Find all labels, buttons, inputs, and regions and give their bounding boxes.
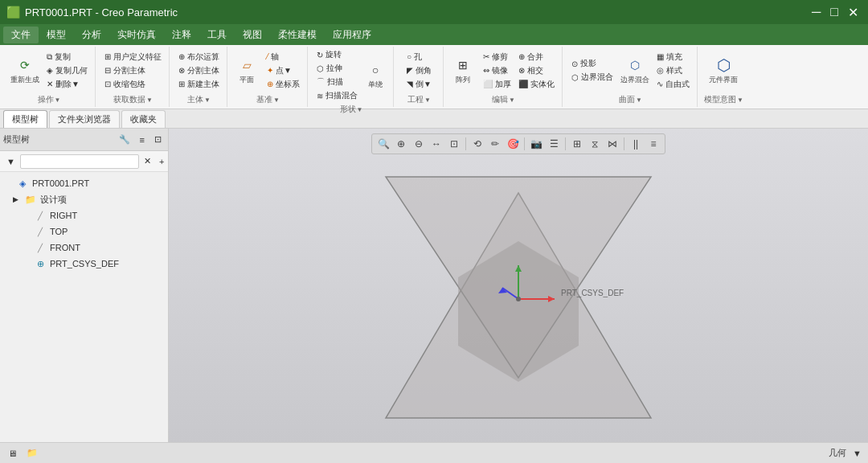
ribbon-btn-solidify[interactable]: ⬛实体化 — [516, 78, 557, 91]
ribbon-btn-point[interactable]: ✦点▼ — [264, 64, 302, 77]
ribbon-btn-revolve[interactable]: ↻旋转 — [314, 48, 360, 61]
ribbon-btn-fill[interactable]: ▦填充 — [654, 51, 692, 64]
plane-label: 平面 — [240, 75, 254, 85]
style-icon: ◎ — [657, 66, 664, 75]
vp-btn-fit[interactable]: ↔ — [428, 136, 444, 152]
tree-item-csys[interactable]: ⊕ PRT_CSYS_DEF — [0, 256, 168, 272]
vp-btn-target[interactable]: 🎯 — [505, 136, 521, 152]
vp-btn-perspective[interactable]: ⧖ — [587, 136, 603, 152]
ribbon-btn-bool[interactable]: ⊕布尔运算 — [176, 51, 222, 64]
tree-tool-btn[interactable]: 🔧 — [116, 133, 133, 146]
project-icon: ⊙ — [571, 59, 578, 68]
status-geometry-text: 几何 — [829, 447, 846, 459]
ribbon-btn-comp-interface[interactable]: ⬡ 元件界面 — [706, 54, 740, 87]
ribbon-group-get-data: ⊞用户定义特征 ⊟分割主体 ⊡收缩包络 获取数据▼ — [97, 47, 170, 107]
vp-btn-zoom-in[interactable]: ⊕ — [393, 136, 409, 152]
ribbon-btn-csys[interactable]: ⊕坐标系 — [264, 78, 302, 91]
vp-btn-select[interactable]: ✏ — [487, 136, 503, 152]
new-body-label: 新建主体 — [187, 79, 219, 90]
tree-settings-btn[interactable]: ≡ — [137, 133, 148, 146]
menu-simulation[interactable]: 实时仿真 — [109, 27, 164, 43]
ribbon-btn-hole[interactable]: ○孔 — [404, 51, 434, 64]
ribbon-btn-fillet[interactable]: ◥倒▼ — [404, 78, 434, 91]
solidify-icon: ⬛ — [518, 80, 528, 88]
ribbon-col-datum: ∕轴 ✦点▼ ⊕坐标系 — [264, 51, 302, 91]
minimize-button[interactable]: ─ — [809, 5, 824, 19]
ribbon-btn-blend[interactable]: ≋扫描混合 — [314, 89, 360, 102]
menu-file[interactable]: 文件 — [3, 27, 39, 43]
tree-search-input[interactable] — [20, 154, 139, 169]
ribbon-btn-axis[interactable]: ∕轴 — [264, 51, 302, 64]
ribbon-btn-chamfer[interactable]: ◤倒角 — [404, 64, 434, 77]
tab-favorites[interactable]: 收藏夹 — [121, 110, 166, 128]
menu-model[interactable]: 模型 — [39, 27, 74, 43]
tree-close-search-btn[interactable]: ✕ — [141, 154, 154, 168]
ribbon-btn-boundary-blend[interactable]: ⬡边界混合 — [569, 71, 616, 84]
ribbon-group-datum-content: ▱ 平面 ∕轴 ✦点▼ ⊕坐标系 — [234, 48, 302, 92]
maximize-button[interactable]: □ — [827, 5, 841, 19]
ribbon-btn-regenerate[interactable]: ⟳ 重新生成 — [8, 54, 42, 87]
mirror-label: 镜像 — [492, 65, 508, 76]
ribbon-btn-merge[interactable]: ⊕合并 — [516, 51, 557, 64]
ribbon-btn-style[interactable]: ◎样式 — [654, 64, 692, 77]
tree-item-prt0001[interactable]: ◈ PRT0001.PRT — [0, 175, 168, 191]
tree-expand-btn[interactable]: ⊡ — [151, 133, 165, 146]
vp-btn-pause[interactable]: || — [628, 136, 644, 152]
ribbon-btn-copy-geo[interactable]: ◈复制几何 — [44, 64, 90, 77]
ribbon-col-ops: ⧉复制 ◈复制几何 ✕删除▼ — [44, 51, 90, 91]
menu-tools[interactable]: 工具 — [199, 27, 235, 43]
ribbon-btn-trim[interactable]: ✂修剪 — [481, 51, 514, 64]
ribbon-btn-extrude[interactable]: ⬡拉伸 — [314, 62, 360, 75]
ribbon-btn-boundary-large[interactable]: ⬡ 边界混合 — [618, 54, 652, 87]
ribbon-btn-udf[interactable]: ⊞用户定义特征 — [102, 51, 164, 64]
vp-btn-zoom-box[interactable]: 🔍 — [375, 136, 391, 152]
viewport[interactable]: 🔍 ⊕ ⊖ ↔ ⊡ ⟲ ✏ 🎯 📷 ☰ ⊞ ⧖ ⋈ || ≡ — [169, 129, 868, 442]
point-label: 点▼ — [276, 65, 292, 76]
vp-btn-display[interactable]: ☰ — [546, 136, 562, 152]
scene-svg: PRT_CSYS_DEF — [169, 129, 868, 442]
ribbon-btn-split-body[interactable]: ⊟分割主体 — [102, 64, 164, 77]
menu-flexible[interactable]: 柔性建模 — [270, 27, 325, 43]
ribbon-btn-thicken[interactable]: ⬜加厚 — [481, 78, 514, 91]
tree-filter-btn[interactable]: ▼ — [3, 155, 18, 168]
ribbon-btn-plane[interactable]: ▱ 平面 — [234, 54, 260, 87]
tree-item-right[interactable]: ╱ RIGHT — [0, 207, 168, 223]
ribbon-btn-single[interactable]: ○ 单绕 — [362, 59, 388, 92]
vp-btn-zoom-out[interactable]: ⊖ — [411, 136, 427, 152]
ribbon-btn-mirror[interactable]: ⇔镜像 — [481, 64, 514, 77]
ribbon-btn-array[interactable]: ⊞ 阵列 — [450, 54, 476, 87]
ribbon-btn-shrink[interactable]: ⊡收缩包络 — [102, 78, 164, 91]
menu-analysis[interactable]: 分析 — [74, 27, 109, 43]
ribbon-btn-sweep[interactable]: ⌒扫描 — [314, 76, 360, 88]
ribbon-btn-delete[interactable]: ✕删除▼ — [44, 78, 90, 91]
close-button[interactable]: ✕ — [845, 5, 862, 20]
ribbon-btn-new-body[interactable]: ⊞新建主体 — [176, 78, 222, 91]
plane-icon: ▱ — [237, 55, 256, 75]
status-icon-screen[interactable]: 🖥 — [6, 447, 18, 460]
ribbon-btn-project[interactable]: ⊙投影 — [569, 57, 616, 70]
ribbon-btn-freestyle[interactable]: ∿自由式 — [654, 78, 692, 91]
ribbon-group-operations-label: 操作▼ — [38, 94, 61, 105]
vp-btn-menu[interactable]: ≡ — [645, 136, 661, 152]
vp-btn-orient[interactable]: ⋈ — [604, 136, 620, 152]
tree-item-front[interactable]: ╱ FRONT — [0, 240, 168, 256]
ribbon-btn-split[interactable]: ⊗分割主体 — [176, 64, 222, 77]
status-icon-folder[interactable]: 📁 — [25, 446, 39, 460]
tab-model-tree[interactable]: 模型树 — [3, 110, 47, 128]
vp-btn-camera[interactable]: 📷 — [528, 136, 544, 152]
tree-item-top[interactable]: ╱ TOP — [0, 223, 168, 240]
menu-annotation[interactable]: 注释 — [164, 27, 199, 43]
tree-item-design[interactable]: ▶ 📁 设计项 — [0, 191, 168, 207]
vp-btn-rotate[interactable]: ⟲ — [469, 136, 485, 152]
ribbon-btn-copy[interactable]: ⧉复制 — [44, 51, 90, 64]
menu-view[interactable]: 视图 — [235, 27, 270, 43]
canvas-area: PRT_CSYS_DEF — [169, 129, 868, 442]
vp-btn-refresh[interactable]: ⊡ — [446, 136, 462, 152]
tab-folder-browser[interactable]: 文件夹浏览器 — [49, 110, 120, 128]
menu-apps[interactable]: 应用程序 — [325, 27, 379, 43]
hole-icon: ○ — [407, 52, 411, 61]
status-dropdown-arrow[interactable]: ▼ — [853, 449, 862, 458]
ribbon-btn-intersect[interactable]: ⊗相交 — [516, 64, 557, 77]
vp-btn-grid[interactable]: ⊞ — [569, 136, 585, 152]
tree-add-btn[interactable]: + — [156, 155, 167, 168]
